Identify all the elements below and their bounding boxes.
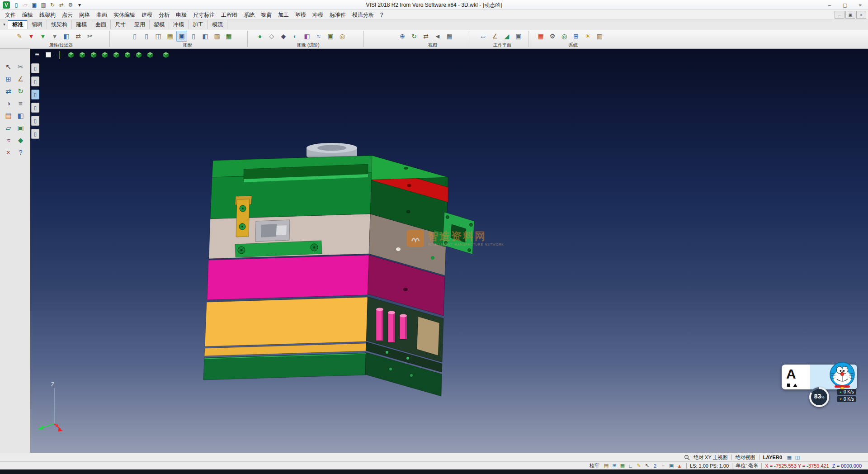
- pen-status-icon[interactable]: ✎: [635, 462, 642, 469]
- view-bottom-icon[interactable]: [134, 50, 144, 60]
- snap-status-icon[interactable]: ⊞: [611, 462, 618, 469]
- percent-badge[interactable]: 83 %: [809, 387, 829, 407]
- tab-modeling[interactable]: 建模: [72, 20, 91, 29]
- save-icon[interactable]: ▣: [30, 1, 38, 9]
- mirror-icon[interactable]: ◑: [2, 97, 14, 109]
- workplane-icon[interactable]: ▱: [2, 122, 14, 134]
- graphics-stack-icon[interactable]: ▥: [212, 31, 222, 42]
- rotate-icon[interactable]: ↻: [14, 85, 27, 97]
- workplane-angle-icon[interactable]: ∠: [490, 31, 500, 42]
- layers-icon[interactable]: ◧: [14, 109, 27, 122]
- viewport-menu-icon[interactable]: ≡: [32, 50, 42, 60]
- shadow-icon[interactable]: ▣: [325, 31, 336, 42]
- menu-item-die[interactable]: 冲模: [309, 10, 326, 20]
- floating-widget[interactable]: A: [782, 361, 868, 414]
- close-button[interactable]: ×: [853, 0, 868, 10]
- viewport-restore-icon[interactable]: [43, 50, 53, 60]
- offset-icon[interactable]: ≡: [14, 97, 27, 109]
- search-icon[interactable]: [684, 455, 690, 460]
- file-new-icon[interactable]: ▯: [12, 1, 20, 9]
- select-status-icon[interactable]: ↖: [643, 462, 651, 469]
- grid-status-icon[interactable]: ▦: [619, 462, 626, 469]
- graphics-page2-icon[interactable]: ▯: [188, 31, 199, 42]
- layer-filter-icon[interactable]: ◧: [61, 31, 72, 42]
- view-mode-label[interactable]: 绝对视图: [736, 454, 755, 461]
- surface-icon[interactable]: ◆: [14, 134, 27, 146]
- view-orientation-label[interactable]: 绝对 XY 上视图: [693, 454, 728, 461]
- system-config-icon[interactable]: ⚙: [547, 31, 558, 42]
- profile-slot-1[interactable]: ▯: [31, 63, 39, 73]
- angle-measure-icon[interactable]: ∠: [14, 73, 27, 85]
- color-settings-icon[interactable]: ▦: [535, 31, 546, 42]
- brightness-icon[interactable]: ☀: [582, 31, 593, 42]
- menu-item-system[interactable]: 系统: [241, 10, 258, 20]
- view-right-icon[interactable]: [100, 50, 110, 60]
- hidden-line-icon[interactable]: ◆: [278, 31, 289, 42]
- lock-toggle[interactable]: 栓牢: [590, 462, 599, 469]
- widget-panel[interactable]: A: [782, 365, 857, 389]
- notebook-icon[interactable]: ▤: [2, 109, 14, 122]
- menu-item-machining[interactable]: 加工: [275, 10, 292, 20]
- menu-item-drawing[interactable]: 工程图: [218, 10, 241, 20]
- menu-item-electrode[interactable]: 电极: [173, 10, 190, 20]
- assist-status-icon[interactable]: 2: [651, 462, 659, 469]
- mdi-minimize-button[interactable]: –: [835, 11, 844, 19]
- layer-manager-icon[interactable]: ▦: [786, 454, 793, 461]
- trim-icon[interactable]: ✂: [14, 61, 27, 73]
- view-front-icon[interactable]: [89, 50, 99, 60]
- transparency-icon[interactable]: ◐: [290, 31, 301, 42]
- minimize-button[interactable]: –: [822, 0, 837, 10]
- menu-item-edit[interactable]: 编辑: [19, 10, 36, 20]
- filter-red-icon[interactable]: ▼: [26, 31, 37, 42]
- wireframe-render-icon[interactable]: ◇: [266, 31, 277, 42]
- menu-item-point-cloud[interactable]: 点云: [59, 10, 76, 20]
- select-arrow-icon[interactable]: ↖: [2, 61, 14, 73]
- rotate-view-icon[interactable]: ↻: [409, 31, 420, 42]
- tab-wireframe[interactable]: 线架构: [47, 20, 72, 29]
- monitor-status-icon[interactable]: ▣: [668, 462, 675, 469]
- menu-item-window[interactable]: 视窗: [258, 10, 275, 20]
- profile-slot-3[interactable]: ▯: [31, 90, 39, 100]
- tab-die[interactable]: 冲模: [169, 20, 189, 29]
- menu-item-file[interactable]: 文件: [2, 10, 19, 20]
- workplane-standard-icon[interactable]: ▱: [478, 31, 489, 42]
- flag-status-icon[interactable]: ▲: [676, 462, 683, 469]
- ucs-axis-icon[interactable]: ┼: [55, 50, 65, 60]
- menu-item-wireframe[interactable]: 线架构: [36, 10, 59, 20]
- maximize-button[interactable]: ▢: [837, 0, 853, 10]
- curve-icon[interactable]: ≈: [2, 134, 14, 146]
- menu-item-modeling[interactable]: 建模: [138, 10, 156, 20]
- tab-standard[interactable]: 标准: [8, 20, 28, 29]
- filter-gray-icon[interactable]: ▼: [49, 31, 60, 42]
- tab-dimension[interactable]: 尺寸: [111, 20, 130, 29]
- link-status-icon[interactable]: ≡: [660, 462, 667, 469]
- graphics-page-icon[interactable]: ▯: [141, 31, 152, 42]
- 3d-viewport[interactable]: Z ≡ ┼: [30, 49, 868, 453]
- menu-item-dimension[interactable]: 尺寸标注: [190, 10, 218, 20]
- globe-settings-icon[interactable]: ◎: [559, 31, 570, 42]
- tab-mould[interactable]: 塑模: [150, 20, 169, 29]
- match-properties-icon[interactable]: ⇄: [73, 31, 84, 42]
- move-icon[interactable]: ⇄: [2, 85, 14, 97]
- clipboard-status-icon[interactable]: ▤: [603, 462, 610, 469]
- view-cube-icon[interactable]: ▣: [14, 122, 27, 134]
- view-back-icon[interactable]: [123, 50, 132, 60]
- graphics-overlay-icon[interactable]: ◧: [200, 31, 211, 42]
- profile-slot-5[interactable]: ▯: [31, 116, 39, 126]
- snap-icon[interactable]: ⊞: [2, 73, 14, 85]
- tab-surface[interactable]: 曲面: [91, 20, 111, 29]
- undo-icon[interactable]: ↻: [48, 1, 57, 9]
- menu-item-standard-parts[interactable]: 标准件: [326, 10, 349, 20]
- ortho-status-icon[interactable]: ∟: [627, 462, 634, 469]
- display-settings-icon[interactable]: ▥: [594, 31, 605, 42]
- zebra-analysis-icon[interactable]: ≈: [313, 31, 324, 42]
- delete-icon[interactable]: ×: [2, 146, 14, 158]
- view-top-icon[interactable]: [77, 50, 87, 60]
- view-left-icon[interactable]: [111, 50, 121, 60]
- matrix-icon[interactable]: ⊞: [571, 31, 581, 42]
- view-axono-icon[interactable]: [145, 50, 155, 60]
- erase-attributes-icon[interactable]: ✂: [85, 31, 95, 42]
- menu-item-mould[interactable]: 塑模: [292, 10, 309, 20]
- pan-view-icon[interactable]: ⇄: [420, 31, 431, 42]
- tab-application[interactable]: 应用: [130, 20, 150, 29]
